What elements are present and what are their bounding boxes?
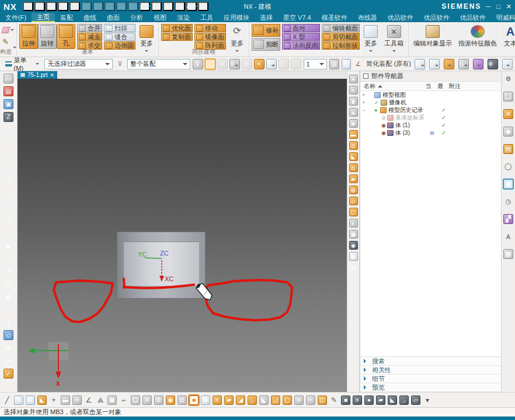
column-latest[interactable]: 最	[437, 82, 449, 90]
touch-panel-icon[interactable]: ▦	[503, 249, 513, 259]
filter-reset-icon[interactable]: ⊽	[193, 59, 203, 69]
patch-button[interactable]: 修补	[252, 24, 280, 37]
work-layer-select[interactable]: 1	[304, 59, 328, 69]
view-section-icon[interactable]: ▥	[329, 59, 339, 69]
sketch-window-icon[interactable]: ✎	[14, 396, 23, 405]
sew-button[interactable]: 缝合	[104, 33, 135, 41]
copy-face-button[interactable]: 复制面	[161, 33, 193, 41]
window-button[interactable]: ▭	[186, 2, 197, 11]
gray-block-2-icon[interactable]	[291, 59, 301, 69]
refresh-icon[interactable]: ⟳	[349, 263, 358, 272]
snapshot-icon[interactable]: ▣	[4, 99, 13, 109]
cylinder-icon[interactable]: ▮	[349, 97, 358, 106]
move-object-icon[interactable]: ✛	[242, 59, 252, 69]
stack-icon[interactable]: ≡	[213, 396, 222, 405]
layer-copy-icon[interactable]: ❏	[131, 396, 140, 405]
save-button[interactable]: ▣	[46, 2, 57, 11]
chamfer-icon[interactable]: ◣	[4, 240, 13, 250]
point-info-icon[interactable]: +	[49, 396, 58, 405]
visibility-icon[interactable]: ◉	[349, 252, 358, 261]
tab-youpin-2[interactable]: 优品软件	[419, 13, 455, 22]
tube-icon[interactable]: ◍	[349, 186, 358, 194]
dark-pad-icon[interactable]: ▱	[411, 396, 420, 405]
layer-settings-small-icon[interactable]: ⚙	[488, 59, 498, 69]
subtract-button[interactable]: 减去	[77, 33, 102, 41]
gray-block-icon[interactable]	[279, 59, 289, 69]
dark-wedge-icon[interactable]: ◣	[388, 396, 397, 405]
offset-curve-icon[interactable]: ≋	[4, 266, 13, 276]
maximize-button[interactable]: □	[496, 3, 500, 10]
window-panel-icon[interactable]: ▣	[503, 179, 513, 189]
sketch-button[interactable]	[2, 25, 14, 34]
line-icon[interactable]: ╱	[4, 125, 13, 135]
constraint-navigator-icon[interactable]: ✕	[503, 109, 513, 119]
fillet-icon[interactable]: ◞	[4, 228, 13, 237]
dark-cube-icon[interactable]: ■	[341, 396, 350, 405]
pad-icon[interactable]: ▱	[349, 197, 358, 205]
layer-settings-icon[interactable]: ⚙	[154, 396, 163, 405]
tab-surface[interactable]: 曲面	[102, 13, 125, 22]
dark-blend-icon[interactable]: ◞	[399, 396, 409, 405]
pattern-sphere-icon[interactable]: ◉	[166, 396, 175, 405]
block-small-icon[interactable]: ▬	[61, 396, 70, 405]
arc-icon[interactable]: ⌒	[4, 138, 13, 148]
move-curve-icon[interactable]: ✣	[4, 343, 13, 353]
repeat-button[interactable]: ⊕	[128, 2, 138, 11]
torus-icon[interactable]: ◎	[349, 141, 358, 150]
duplicate-window-button[interactable]: ❏	[175, 2, 185, 11]
capture-button[interactable]: ▢	[140, 2, 150, 11]
column-current[interactable]: 当	[426, 82, 437, 90]
tab-render[interactable]: 渲染	[172, 13, 195, 22]
panel-pin-icon[interactable]	[363, 74, 368, 79]
profile-icon[interactable]: Z	[4, 112, 13, 122]
assign-feature-color-button[interactable]: 指派特征颜色	[456, 24, 499, 49]
overflow-dropdown-icon[interactable]: ▾	[423, 396, 432, 405]
chamfer-small-icon[interactable]: ◣	[259, 396, 269, 405]
sphere-icon[interactable]: ●	[349, 75, 358, 83]
tree-item-model-views[interactable]: + 模型视图	[360, 91, 501, 99]
sketch-curve-button[interactable]: ✎	[2, 37, 14, 46]
microphone-button[interactable]: ♪	[151, 2, 162, 11]
expander-icon[interactable]: −	[360, 107, 367, 113]
shape-control-button[interactable]: 拉制形状	[322, 41, 360, 50]
wedge-icon[interactable]: ◣	[349, 152, 358, 161]
new-file-button[interactable]: ❏	[23, 2, 33, 11]
csys-small-icon[interactable]: ∠	[353, 59, 363, 69]
vector-icon[interactable]: ∠	[84, 396, 93, 405]
panel-search[interactable]: 搜索	[360, 357, 501, 366]
visibility-eye-icon[interactable]: ◉	[380, 130, 387, 136]
expander-icon[interactable]: +	[360, 100, 367, 106]
notes-icon[interactable]: A	[503, 232, 513, 242]
task-window-icon[interactable]: ▭	[4, 74, 13, 83]
sweep-button[interactable]: 扫掠	[104, 24, 135, 32]
toolbox-button[interactable]: ✕工具箱	[382, 24, 406, 55]
sketch-settings-icon[interactable]: ⚙	[26, 396, 35, 405]
break-button[interactable]: 剪断	[252, 38, 280, 51]
layer-delete-icon[interactable]: ✕	[142, 396, 152, 405]
cut-button[interactable]: ✂	[93, 2, 103, 11]
part-tab[interactable]: 75-1.prt ✕	[18, 71, 57, 79]
selection-scope-select[interactable]: 整个装配	[127, 59, 190, 69]
point-on-curve-icon[interactable]: ⌖	[266, 59, 277, 69]
cube-small-icon[interactable]: ■	[201, 396, 210, 405]
tree-item-body-1[interactable]: ◉ 体 (1) ✓	[360, 121, 501, 129]
sheet-icon[interactable]: ▰	[349, 174, 358, 183]
circle-icon[interactable]: ○	[4, 150, 13, 160]
filter-list-icon[interactable]: ≡	[229, 59, 240, 69]
extrude-button[interactable]: 拉伸	[19, 24, 38, 49]
orient-view-icon[interactable]: ◇	[458, 59, 469, 69]
trim-body-icon[interactable]: ✂	[306, 396, 315, 405]
delete-icon[interactable]: ✕	[4, 356, 13, 366]
menu-button[interactable]: 菜单(M)	[2, 55, 42, 73]
tab-mingwei[interactable]: 明威科技	[491, 13, 515, 22]
pen-icon[interactable]: ✎	[329, 396, 339, 405]
thread-icon[interactable]: ≋	[294, 396, 304, 405]
spline-icon[interactable]: ∿	[4, 176, 13, 186]
reuse-library-icon[interactable]: ▤	[503, 144, 513, 154]
visibility-eye-icon[interactable]: ⊘	[380, 115, 387, 121]
open-file-button[interactable]: ❐	[34, 2, 45, 11]
pattern-curve-icon[interactable]: ▦	[4, 292, 13, 302]
tab-home[interactable]: 主页	[32, 13, 55, 22]
shell-icon[interactable]: ▢	[283, 396, 292, 405]
redo-button[interactable]: ↷	[81, 2, 92, 11]
